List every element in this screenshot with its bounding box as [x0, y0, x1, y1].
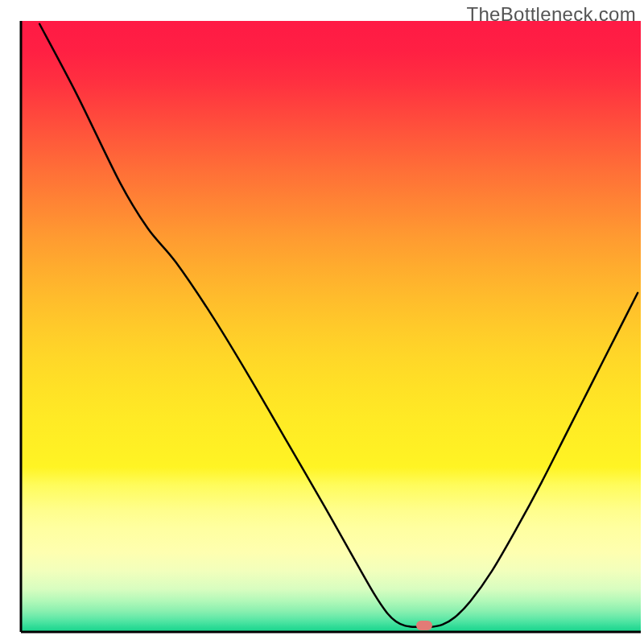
svg-rect-0 [21, 21, 641, 632]
optimal-marker [416, 621, 432, 630]
watermark-text: TheBottleneck.com [466, 3, 636, 26]
chart-container: TheBottleneck.com [0, 0, 644, 644]
chart-plot [0, 0, 644, 644]
